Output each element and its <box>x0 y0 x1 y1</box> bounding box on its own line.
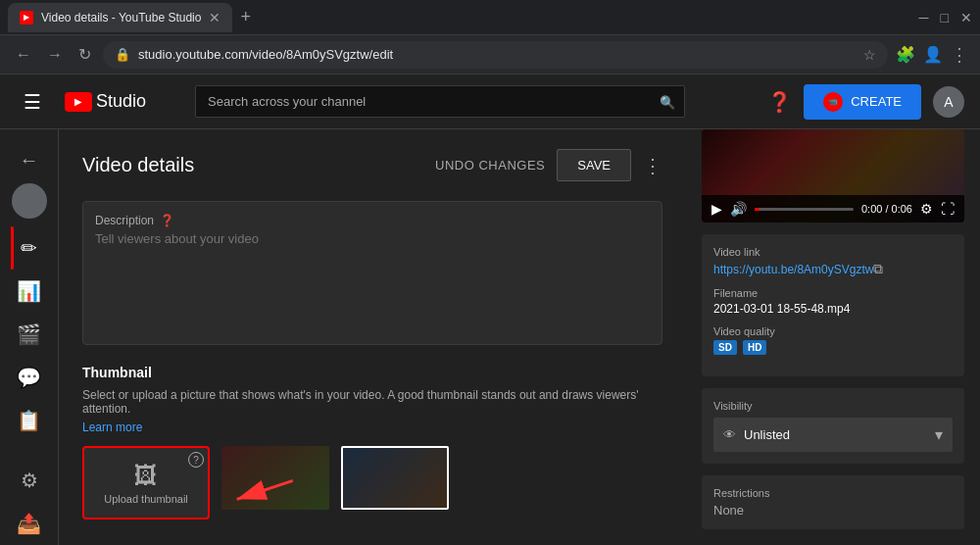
restrictions-label: Restrictions <box>713 487 953 499</box>
thumbnail-description: Select or upload a picture that shows wh… <box>82 388 662 416</box>
youtube-icon <box>65 92 92 112</box>
browser-chrome: Video details - YouTube Studio ✕ + ─ □ ✕ <box>0 0 980 35</box>
visibility-dropdown[interactable]: 👁 Unlisted ▾ <box>713 418 953 452</box>
create-video-icon: 📹 <box>823 92 843 112</box>
maximize-button[interactable]: □ <box>941 10 949 25</box>
upload-thumbnail-button[interactable]: 🖼 Upload thumbnail ? <box>82 446 210 520</box>
visibility-label: Visibility <box>713 400 953 412</box>
create-label: CREATE <box>851 94 902 109</box>
thumbnail-section: Thumbnail Select or upload a picture tha… <box>82 365 662 520</box>
description-section: Description ❓ <box>82 201 662 345</box>
tab-title: Video details - YouTube Studio <box>41 11 201 25</box>
browser-tab[interactable]: Video details - YouTube Studio ✕ <box>8 3 232 32</box>
upload-help-icon[interactable]: ? <box>188 452 204 468</box>
hd-badge: HD <box>743 340 766 355</box>
sidebar-item-settings[interactable]: ⚙ <box>7 459 51 502</box>
settings-icon: ⚙ <box>21 469 38 492</box>
editor-icon: 🎬 <box>17 322 41 346</box>
settings-button[interactable]: ⚙ <box>920 201 933 217</box>
progress-fill <box>755 208 760 211</box>
sidebar: ← ✏ 📊 🎬 💬 📋 ⚙ 📤 <box>0 129 59 545</box>
quality-row: Video quality SD HD <box>713 325 953 355</box>
header-actions: UNDO CHANGES SAVE ⋮ <box>435 149 662 181</box>
sidebar-item-comments[interactable]: 💬 <box>7 356 51 399</box>
thumbnail-option-1[interactable] <box>221 446 329 510</box>
sidebar-bottom: ⚙ 📤 <box>7 459 51 545</box>
page-title: Video details <box>82 154 194 176</box>
back-button[interactable]: ← <box>12 42 35 68</box>
upload-icon: 🖼 <box>134 462 158 489</box>
extensions-icon[interactable]: 🧩 <box>896 45 915 64</box>
visibility-select: 👁 Unlisted ▾ <box>713 418 953 452</box>
page-header: Video details UNDO CHANGES SAVE ⋮ <box>82 149 662 181</box>
description-help-icon[interactable]: ❓ <box>160 214 174 227</box>
sidebar-item-editor[interactable]: 🎬 <box>7 313 51 356</box>
play-button[interactable]: ▶ <box>711 201 722 217</box>
new-tab-button[interactable]: + <box>240 7 251 27</box>
restrictions-value: None <box>713 503 953 518</box>
lock-icon: 🔒 <box>115 47 130 62</box>
filename: 2021-03-01 18-55-48.mp4 <box>713 302 953 316</box>
sidebar-item-edit[interactable]: ✏ <box>11 226 47 270</box>
undo-changes-button[interactable]: UNDO CHANGES <box>435 158 545 173</box>
quality-label: Video quality <box>713 325 953 337</box>
top-nav: ☰ Studio 🔍 ❓ 📹 CREATE A <box>0 74 980 129</box>
sd-badge: SD <box>713 340 737 355</box>
search-icon: 🔍 <box>660 94 675 109</box>
browser-bar: ← → ↻ 🔒 studio.youtube.com/video/8Am0ySV… <box>0 35 980 74</box>
fullscreen-button[interactable]: ⛶ <box>941 201 955 217</box>
visibility-value: Unlisted <box>744 427 790 442</box>
forward-button[interactable]: → <box>43 42 67 68</box>
filename-label: Filename <box>713 287 953 299</box>
thumbnail-title: Thumbnail <box>82 365 662 380</box>
search-input[interactable] <box>195 85 685 118</box>
thumbnail-option-2[interactable] <box>341 446 449 510</box>
more-options-button[interactable]: ⋮ <box>643 154 662 177</box>
video-settings: ⚙ ⛶ <box>920 201 955 217</box>
video-link[interactable]: https://youtu.be/8Am0ySVgztw <box>713 263 873 276</box>
search-bar: 🔍 <box>195 85 685 118</box>
profile-icon[interactable]: 👤 <box>923 45 943 64</box>
studio-label: Studio <box>96 91 146 112</box>
chrome-menu-button[interactable]: ⋮ <box>951 44 968 66</box>
quality-badges: SD HD <box>713 340 953 355</box>
description-label-text: Description <box>95 214 154 227</box>
feedback-icon: 📤 <box>17 512 41 535</box>
progress-bar[interactable] <box>755 208 854 211</box>
chevron-down-icon: ▾ <box>935 425 943 444</box>
right-panel: ▶ 🔊 0:00 / 0:06 ⚙ ⛶ Video link <box>686 129 980 545</box>
description-textarea[interactable] <box>95 231 650 329</box>
create-button[interactable]: 📹 CREATE <box>804 84 921 120</box>
tab-favicon <box>20 11 33 25</box>
video-controls: ▶ 🔊 0:00 / 0:06 ⚙ ⛶ <box>702 195 964 223</box>
restrictions-card: Restrictions None <box>702 475 964 529</box>
address-bar[interactable]: 🔒 studio.youtube.com/video/8Am0ySVgztw/e… <box>103 41 888 69</box>
time-display: 0:00 / 0:06 <box>861 203 912 215</box>
copy-link-button[interactable]: ⧉ <box>873 261 883 277</box>
url-text: studio.youtube.com/video/8Am0ySVgztw/edi… <box>138 47 393 62</box>
page-content: Video details UNDO CHANGES SAVE ⋮ Descri… <box>59 129 686 545</box>
sidebar-item-feedback[interactable]: 📤 <box>7 502 51 545</box>
close-button[interactable]: ✕ <box>960 10 972 25</box>
bookmark-icon[interactable]: ☆ <box>863 47 876 63</box>
analytics-icon: 📊 <box>17 279 41 303</box>
save-button[interactable]: SAVE <box>557 149 631 181</box>
tab-close-button[interactable]: ✕ <box>209 10 220 25</box>
channel-avatar[interactable] <box>12 183 47 219</box>
refresh-button[interactable]: ↻ <box>74 41 95 68</box>
video-link-row: Video link https://youtu.be/8Am0ySVgztw … <box>713 246 953 277</box>
sidebar-item-analytics[interactable]: 📊 <box>7 270 51 313</box>
youtube-studio-logo[interactable]: Studio <box>65 91 146 112</box>
visibility-card: Visibility 👁 Unlisted ▾ <box>702 388 964 464</box>
nav-right: ❓ 📹 CREATE A <box>767 84 964 120</box>
minimize-button[interactable]: ─ <box>919 10 929 25</box>
user-avatar[interactable]: A <box>933 86 964 118</box>
hamburger-menu[interactable]: ☰ <box>16 82 49 122</box>
sidebar-back-button[interactable]: ← <box>8 137 51 183</box>
learn-more-link[interactable]: Learn more <box>82 421 142 434</box>
browser-actions: 🧩 👤 ⋮ <box>896 44 968 66</box>
sidebar-item-subtitles[interactable]: 📋 <box>7 399 51 442</box>
subtitles-icon: 📋 <box>17 409 41 432</box>
help-button[interactable]: ❓ <box>767 90 792 114</box>
volume-button[interactable]: 🔊 <box>730 201 747 217</box>
